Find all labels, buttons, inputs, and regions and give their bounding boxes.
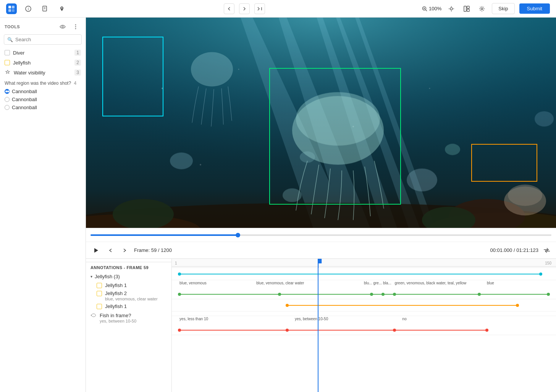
sidebar: TOOLS 🔍 Diver 1 Jellyfish 2	[0, 18, 86, 392]
next-frame-button[interactable]	[120, 245, 130, 256]
canvas-area[interactable]	[86, 18, 556, 228]
more-options-icon[interactable]	[70, 21, 81, 32]
last-nav-btn[interactable]	[254, 3, 265, 14]
shuffle-icon[interactable]	[542, 246, 551, 255]
jellyfish2-dot-7	[547, 293, 550, 296]
submit-button[interactable]: Submit	[519, 3, 550, 14]
document-icon[interactable]	[40, 3, 50, 14]
fish-icon	[91, 312, 97, 318]
svg-rect-20	[467, 6, 469, 8]
question-count: 4	[74, 81, 76, 86]
scrubber-area	[86, 228, 556, 242]
prev-frame-button[interactable]	[105, 245, 116, 256]
next-nav-btn[interactable]	[239, 3, 250, 14]
svg-point-22	[481, 8, 483, 10]
annotations-section: ANNOTATIONS - FRAME 59 ▾ Jellyfish (3) J…	[86, 262, 171, 326]
jellyfish2-dot-3	[370, 293, 373, 296]
label-blue-venomous: blue, venomous	[179, 281, 207, 285]
visibility-toggle-icon[interactable]	[57, 21, 68, 32]
annotation-jellyfish1b[interactable]: Jellyfish 1	[91, 302, 167, 311]
location-icon[interactable]	[57, 3, 67, 14]
radio-label-1: Cannonball	[12, 89, 37, 94]
radio-cannonball-3[interactable]: Cannonball	[0, 103, 86, 111]
info-icon[interactable]: i	[23, 3, 34, 14]
sidebar-item-diver[interactable]: Diver 1	[0, 48, 86, 58]
jellyfish-group-header[interactable]: ▾ Jellyfish (3)	[91, 272, 167, 281]
svg-point-48	[170, 153, 193, 169]
radio-circle-1	[5, 89, 10, 94]
radio-cannonball-2[interactable]: Cannonball	[0, 95, 86, 103]
search-input[interactable]	[15, 37, 78, 42]
time-display: 00:01.000 / 01:21:123	[490, 247, 538, 253]
jellyfish2-dot-6	[478, 293, 481, 296]
scrubber-track[interactable]	[91, 234, 551, 236]
right-content: Frame: 59 / 1200 00:01.000 / 01:21:123 A…	[86, 18, 556, 392]
fish-dot-3	[393, 329, 396, 332]
jellyfish1-label: Jellyfish 1	[105, 282, 127, 288]
radio-circle-3	[5, 105, 10, 110]
scrubber-fill	[91, 234, 238, 236]
svg-point-55	[508, 185, 542, 206]
group-arrow: ▾	[91, 274, 92, 279]
jellyfish2-dot-4	[381, 293, 385, 296]
timeline-row-jellyfish1b	[172, 299, 556, 311]
jellyfish1b-label: Jellyfish 1	[105, 303, 127, 309]
skip-button[interactable]: Skip	[492, 3, 514, 14]
question-text: What region was the video shot?	[5, 81, 71, 86]
brightness-icon[interactable]	[446, 3, 457, 14]
main-layout: TOOLS 🔍 Diver 1 Jellyfish 2	[0, 18, 556, 392]
playback-controls: Frame: 59 / 1200 00:01.000 / 01:21:123	[86, 242, 556, 258]
radio-label-3: Cannonball	[12, 105, 37, 110]
label-yes-less10: yes, less than 10	[179, 317, 208, 321]
tools-header-icons	[57, 21, 81, 32]
play-button[interactable]	[91, 245, 101, 256]
jellyfish2-dot-5	[393, 293, 396, 296]
region-question: What region was the video shot? 4	[0, 77, 86, 87]
svg-text:i: i	[28, 7, 29, 11]
jellyfish1-track	[179, 274, 541, 274]
label-blue: blue	[487, 281, 494, 285]
radio-cannonball-1[interactable]: Cannonball	[0, 87, 86, 95]
sidebar-item-jellyfish[interactable]: Jellyfish 2	[0, 58, 86, 68]
timeline-row-jellyfish1	[172, 268, 556, 280]
svg-point-23	[62, 26, 63, 27]
svg-point-43	[429, 88, 430, 89]
svg-rect-0	[8, 6, 11, 8]
water-visibility-label: Water visibility	[14, 70, 71, 76]
scrubber-thumb[interactable]	[236, 233, 240, 237]
svg-rect-21	[467, 9, 469, 11]
jellyfish-color-box	[5, 60, 10, 65]
fish-dot-1	[178, 329, 181, 332]
svg-point-40	[162, 88, 163, 89]
annotation-jellyfish2[interactable]: Jellyfish 2 blue, venomous, clear water	[91, 290, 167, 302]
svg-point-53	[300, 152, 315, 163]
prev-nav-btn[interactable]	[224, 3, 234, 14]
fish-annotation[interactable]: Fish in frame? yes, between 10-50	[91, 311, 167, 325]
jellyfish2-dot-2	[278, 293, 281, 296]
diver-count: 1	[74, 50, 81, 56]
annotation-jellyfish1[interactable]: Jellyfish 1	[91, 281, 167, 290]
fish-sublabel: yes, between 10-50	[91, 319, 167, 323]
label-yes-between: yes, between 10-50	[295, 317, 328, 321]
annotation-timeline: 1 150	[172, 259, 556, 392]
svg-marker-56	[94, 248, 98, 253]
svg-point-41	[238, 69, 239, 70]
svg-rect-1	[12, 6, 15, 8]
jellyfish1-dot-start	[178, 273, 181, 276]
settings-icon[interactable]	[477, 3, 487, 14]
tools-header: TOOLS	[0, 18, 86, 34]
layout-icon[interactable]	[461, 3, 472, 14]
top-bar: i 100% Skip Subm	[0, 0, 556, 18]
frame-display: Frame: 59 / 1200	[134, 247, 172, 253]
zoom-display: 100%	[422, 6, 441, 11]
svg-rect-2	[8, 9, 11, 12]
time-current: 00:01.000	[490, 247, 512, 253]
sidebar-item-water-visibility[interactable]: Water visibility 3	[0, 68, 86, 77]
search-box[interactable]: 🔍	[4, 34, 82, 45]
jellyfish1-color-box	[97, 283, 102, 288]
jellyfish2-sublabel: blue, venomous, clear water	[97, 297, 167, 301]
water-visibility-icon	[5, 69, 11, 76]
ruler-ticks	[172, 259, 556, 268]
svg-point-14	[450, 8, 453, 10]
group-label: Jellyfish (3)	[95, 274, 120, 279]
